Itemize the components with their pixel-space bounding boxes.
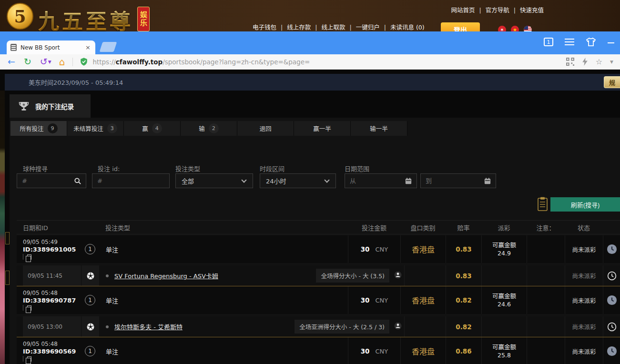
logo-badge-icon: 5: [7, 3, 33, 30]
site-logo[interactable]: 5 九五至尊 娱乐城: [7, 3, 150, 35]
nav-recharge-link[interactable]: 快速充值: [520, 5, 544, 14]
browser-url-bar: ← ↻ ↺ ▼ ⌂ https://cfawolffy.top/sportsbo…: [0, 54, 620, 70]
home-icon[interactable]: ⌂: [59, 57, 65, 67]
bet-id-input[interactable]: [92, 177, 169, 184]
address-dropdown-icon[interactable]: ▼: [610, 60, 613, 64]
filter-tab-won[interactable]: 赢 4: [124, 121, 181, 136]
status-value: 尚未派彩: [572, 347, 596, 356]
security-shield-icon[interactable]: [80, 57, 88, 66]
pending-clock-outline-icon: [603, 265, 620, 286]
copy-icon: [27, 254, 31, 260]
back-icon[interactable]: ←: [8, 57, 15, 66]
event-odds: 0.83: [456, 272, 471, 280]
filter-tab-label: 未结算投注: [73, 124, 103, 133]
date-from-input[interactable]: [345, 177, 405, 184]
nav-withdraw-link[interactable]: 线上取款: [321, 22, 356, 31]
date-range-label: 日期范围: [345, 164, 369, 173]
background-page-strip: [0, 91, 5, 364]
pending-clock-outline-icon: [603, 316, 620, 337]
period-select[interactable]: 24小时: [260, 173, 336, 188]
calendar-icon[interactable]: [405, 178, 412, 184]
window-count-icon[interactable]: 1: [544, 38, 553, 46]
odds-value: 0.82: [456, 296, 471, 304]
filter-tab-half-won[interactable]: 赢一半: [294, 121, 351, 136]
calendar-icon[interactable]: [484, 178, 491, 184]
status-value: 尚未派彩: [572, 245, 596, 254]
bet-type-value: 单注: [99, 286, 348, 314]
browser-tab-bar: New BB Sport × 1: [0, 31, 620, 54]
address-field[interactable]: https://cfawolffy.top/sportsbook/page?la…: [80, 57, 566, 66]
payout-cell: 可赢金额24.6: [492, 292, 516, 309]
soccer-icon: [81, 316, 99, 337]
nav-official-link[interactable]: 官方导航: [486, 5, 520, 14]
tab-close-icon[interactable]: ×: [84, 44, 91, 51]
col-odds: 赔率: [446, 223, 481, 232]
date-to-input[interactable]: [421, 177, 484, 184]
bet-amount-cell: 30CNY: [348, 337, 400, 364]
event-link[interactable]: SV Fortuna Regensburg - ASV卡姆: [114, 271, 218, 280]
filter-tab-lost[interactable]: 输 2: [181, 121, 237, 136]
clipboard-icon[interactable]: [538, 197, 548, 211]
rules-button[interactable]: 规: [604, 76, 620, 88]
spacer-cell: [481, 265, 527, 286]
bet-type-select[interactable]: 全部: [175, 173, 253, 188]
undo-dropdown-icon[interactable]: ▼: [48, 60, 51, 64]
search-icon[interactable]: [74, 178, 81, 184]
col-status: 状态: [565, 223, 603, 232]
market-type-cell: 香港盘: [400, 235, 446, 263]
nav-messages-link[interactable]: 未读讯息 (0): [390, 22, 425, 31]
nav-wallet-link[interactable]: 电子钱包: [253, 22, 287, 31]
refresh-search-button[interactable]: 刷新(搜寻): [550, 197, 620, 212]
sport-search-input[interactable]: [17, 177, 74, 184]
nav-transfer-link[interactable]: 一键归户: [356, 22, 390, 31]
bet-amount-cell: 30CNY: [348, 286, 400, 314]
filter-tab-label: 赢一半: [313, 124, 331, 133]
spacer-cell: [527, 316, 565, 337]
filter-tab-label: 退回: [259, 124, 271, 133]
filter-tab-half-lost[interactable]: 输一半: [351, 121, 407, 136]
soccer-icon: [81, 265, 99, 286]
filter-tab-count: 2: [209, 123, 219, 133]
bookmark-star-icon[interactable]: ☆: [596, 57, 602, 66]
filter-tab-unsettled[interactable]: 未结算投注 3: [67, 121, 124, 136]
browser-tab[interactable]: New BB Sport ×: [7, 40, 95, 54]
reload-icon[interactable]: ↻: [24, 57, 31, 66]
bet-id: ID:3389690787: [23, 297, 81, 304]
note-cell: [527, 286, 565, 314]
pending-clock-icon: [603, 286, 620, 314]
event-link[interactable]: 埃尔特斯多夫 - 艾希斯特: [114, 322, 183, 331]
bet-type-label: 投注类型: [175, 164, 200, 173]
undo-icon[interactable]: ↺: [40, 57, 48, 66]
payout-cell: 可赢金额25.8: [492, 343, 516, 360]
minimize-icon[interactable]: [608, 40, 614, 43]
filter-tab-label: 所有投注: [20, 124, 43, 133]
nav-home-link[interactable]: 网站首页: [451, 5, 486, 14]
theme-shirt-icon[interactable]: [586, 38, 596, 46]
qr-code-icon[interactable]: [566, 58, 574, 66]
url-scheme: https://: [92, 58, 115, 66]
table-row: 09/05 05:48 ID:3389690569 1 单注 30CNY 香港盘…: [17, 337, 620, 364]
copy-id-button[interactable]: [23, 305, 81, 311]
new-tab-button[interactable]: [100, 42, 117, 52]
sportsbook-page: 美东时间2023/09/05 - 05:49:14 规 我的下注纪录 所有投注 …: [0, 70, 620, 364]
filter-tab-refunded[interactable]: 退回: [237, 121, 294, 136]
flash-icon[interactable]: [582, 58, 588, 66]
event-date: 09/05 13:00: [23, 316, 81, 337]
filter-tab-all-bets[interactable]: 所有投注 9: [10, 121, 67, 136]
event-date: 09/05 11:45: [23, 265, 81, 286]
copy-id-button[interactable]: [23, 254, 81, 260]
menu-icon[interactable]: [565, 39, 574, 45]
note-cell: [527, 235, 565, 263]
copy-id-button[interactable]: [23, 356, 81, 362]
amount: 30: [361, 347, 370, 355]
tab-my-bet-records[interactable]: 我的下注纪录: [10, 94, 91, 118]
bet-time: 09/05 05:48: [23, 290, 81, 296]
url-path: /sportsbook/page?lang=zh-cn&type=&page=: [163, 58, 310, 66]
amount: 30: [361, 245, 370, 253]
logo-ribbon: 娱乐城: [137, 7, 150, 31]
col-bet-type: 投注类型: [99, 223, 348, 232]
bet-date-id-cell: 09/05 05:48 ID:3389690569: [17, 337, 81, 364]
page-doc-icon: [10, 44, 17, 51]
sport-search-label: 球种搜寻: [23, 164, 48, 173]
nav-deposit-link[interactable]: 线上存款: [287, 22, 321, 31]
